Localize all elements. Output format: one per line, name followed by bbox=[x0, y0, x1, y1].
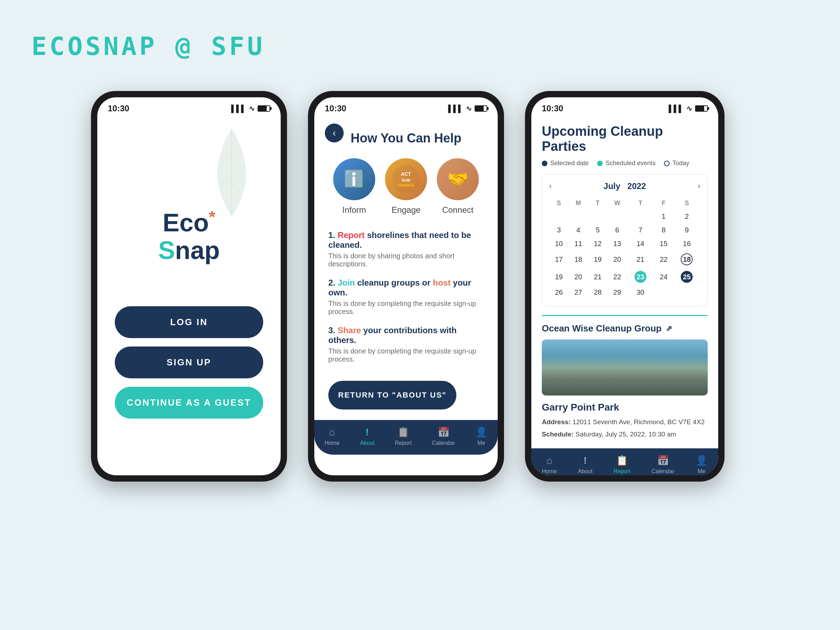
nav-home-3[interactable]: ⌂ Home bbox=[542, 455, 557, 475]
cal-day-13[interactable]: 13 bbox=[608, 237, 627, 251]
status-time-3: 10:30 bbox=[542, 104, 563, 114]
report-icon-3: 📋 bbox=[616, 455, 628, 466]
login-button[interactable]: LOG IN bbox=[115, 306, 263, 338]
engage-circle: ACT NOW CHANGE bbox=[385, 158, 427, 200]
help-icon-inform: ℹ️ Inform bbox=[333, 158, 375, 215]
cal-day-21[interactable]: 21 bbox=[627, 251, 654, 268]
cal-day-15[interactable]: 15 bbox=[654, 237, 673, 251]
cal-day-empty bbox=[549, 210, 569, 223]
calendar-label-2: Calendar bbox=[432, 440, 455, 446]
cal-day-8[interactable]: 8 bbox=[654, 223, 673, 237]
cal-day-5[interactable]: 5 bbox=[588, 223, 608, 237]
nav-about-2[interactable]: ! About bbox=[360, 427, 374, 446]
wifi-icon-3: ∿ bbox=[686, 104, 692, 113]
cal-day-27[interactable]: 22 bbox=[608, 268, 627, 286]
cal-prev-button[interactable]: ‹ bbox=[549, 182, 552, 191]
cal-day-18[interactable]: 18 bbox=[569, 251, 588, 268]
signal-icon-1: ▌▌▌ bbox=[231, 105, 246, 113]
cal-day-14[interactable]: 14 bbox=[627, 237, 654, 251]
cal-day-2[interactable]: 2 bbox=[673, 210, 700, 223]
home-icon-2: ⌂ bbox=[329, 427, 335, 438]
cal-day-10[interactable]: 10 bbox=[549, 237, 569, 251]
address-value: 12011 Seventh Ave, Richmond, BC V7E 4X2 bbox=[573, 418, 705, 426]
me-label-2: Me bbox=[477, 440, 485, 446]
calendar-screen: 10:30 ▌▌▌ ∿ Upcoming Cleanup Parties Sel… bbox=[531, 97, 718, 475]
cal-day-24[interactable]: 19 bbox=[549, 268, 569, 286]
cal-day-16[interactable]: 16 bbox=[673, 237, 700, 251]
about-label-2: About bbox=[360, 440, 374, 446]
cal-day-19[interactable]: 19 bbox=[588, 251, 608, 268]
status-bar-2: 10:30 ▌▌▌ ∿ bbox=[314, 97, 498, 117]
cal-day-selected-25[interactable]: 25 bbox=[673, 268, 700, 286]
calendar-icon-3: 📅 bbox=[657, 455, 669, 466]
nav-me-3[interactable]: 👤 Me bbox=[695, 455, 708, 475]
cal-day-4[interactable]: 4 bbox=[569, 223, 588, 237]
svg-text:ACT: ACT bbox=[401, 171, 411, 177]
nav-calendar-3[interactable]: 📅 Calendar bbox=[652, 455, 674, 475]
cal-day-25[interactable]: 20 bbox=[569, 268, 588, 286]
cal-day-30[interactable]: 27 bbox=[569, 286, 588, 299]
phone-login: 10:30 ▌▌▌ ∿ bbox=[91, 91, 287, 482]
legend-dot-today bbox=[664, 161, 669, 166]
cal-next-button[interactable]: › bbox=[698, 182, 700, 191]
cal-day-1[interactable]: 1 bbox=[654, 210, 673, 223]
status-icons-3: ▌▌▌ ∿ bbox=[668, 104, 708, 113]
cal-weekday-t1: T bbox=[588, 197, 608, 210]
bottom-nav-2: ⌂ Home ! About 📋 Report 📅 Calendar 👤 bbox=[314, 420, 498, 455]
cal-day-today-18[interactable]: 18 bbox=[673, 251, 700, 268]
cal-day-29[interactable]: 26 bbox=[549, 286, 569, 299]
cal-week-6: 26 27 28 29 30 bbox=[549, 286, 700, 299]
step2-highlight2: host bbox=[433, 278, 451, 287]
nav-calendar-2[interactable]: 📅 Calendar bbox=[432, 426, 455, 446]
cal-day-3[interactable]: 3 bbox=[549, 223, 569, 237]
wifi-icon-1: ∿ bbox=[249, 104, 255, 113]
return-button[interactable]: RETURN TO "ABOUT US" bbox=[328, 381, 456, 409]
cal-day-28[interactable]: 24 bbox=[654, 268, 673, 286]
help-step-1: 1. Report shorelines that need to be cle… bbox=[328, 230, 484, 268]
step1-title: 1. Report shorelines that need to be cle… bbox=[328, 230, 484, 250]
cal-week-3: 10 11 12 13 14 15 16 bbox=[549, 237, 700, 251]
inform-circle: ℹ️ bbox=[333, 158, 375, 200]
cal-day-17[interactable]: 17 bbox=[549, 251, 569, 268]
cal-day-empty2 bbox=[654, 286, 673, 299]
cal-weekday-m: M bbox=[569, 197, 588, 210]
nav-about-3[interactable]: ! About bbox=[578, 455, 592, 475]
inform-label: Inform bbox=[342, 205, 366, 215]
connect-icon: 🤝 bbox=[437, 158, 479, 200]
back-button[interactable]: ‹ bbox=[325, 123, 344, 142]
calendar-label-3: Calendar bbox=[652, 468, 674, 475]
logo-text: Eco* Snap bbox=[158, 208, 220, 264]
cal-day-26[interactable]: 21 bbox=[588, 268, 608, 286]
cal-day-22[interactable]: 22 bbox=[654, 251, 673, 268]
help-title: How You Can Help bbox=[328, 131, 484, 145]
leaf-decoration bbox=[204, 122, 260, 221]
cal-day-12[interactable]: 12 bbox=[588, 237, 608, 251]
cal-day-31[interactable]: 28 bbox=[588, 286, 608, 299]
about-label-3: About bbox=[578, 468, 592, 475]
step3-desc: This is done by completing the requisite… bbox=[328, 347, 484, 363]
cal-day-11[interactable]: 11 bbox=[569, 237, 588, 251]
signup-button[interactable]: SIGN UP bbox=[115, 346, 263, 378]
calendar-title: Upcoming Cleanup Parties bbox=[542, 124, 708, 154]
cal-day-9[interactable]: 9 bbox=[673, 223, 700, 237]
nav-me-2[interactable]: 👤 Me bbox=[475, 426, 488, 446]
inform-icon: ℹ️ bbox=[333, 158, 375, 200]
cal-week-1: 1 2 bbox=[549, 210, 700, 223]
battery-icon-2 bbox=[475, 105, 487, 112]
cal-day-20[interactable]: 20 bbox=[608, 251, 627, 268]
cal-day-7[interactable]: 7 bbox=[627, 223, 654, 237]
nav-report-2[interactable]: 📋 Report bbox=[395, 426, 412, 446]
nav-report-3[interactable]: 📋 Report bbox=[614, 455, 630, 475]
help-icon-connect: 🤝 Connect bbox=[437, 158, 479, 215]
cal-day-6[interactable]: 6 bbox=[608, 223, 627, 237]
external-link-icon[interactable]: ⇗ bbox=[666, 324, 672, 333]
logo-asterisk: * bbox=[209, 208, 216, 226]
cal-day-scheduled-23[interactable]: 23 bbox=[627, 268, 654, 286]
guest-button[interactable]: CONTINUE AS A GUEST bbox=[115, 387, 263, 418]
cal-day-32[interactable]: 29 bbox=[608, 286, 627, 299]
nav-home-2[interactable]: ⌂ Home bbox=[324, 427, 339, 446]
cal-day-33[interactable]: 30 bbox=[627, 286, 654, 299]
step2-desc: This is done by completing the requisite… bbox=[328, 300, 484, 316]
cal-day-empty bbox=[588, 210, 608, 223]
legend-selected: Selected date bbox=[542, 159, 589, 167]
